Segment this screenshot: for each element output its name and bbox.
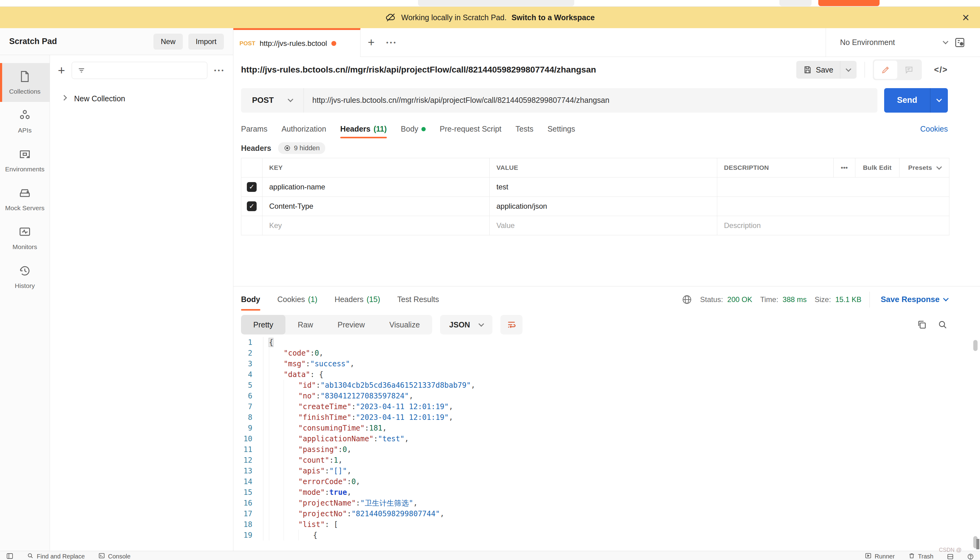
header-description-cell[interactable] bbox=[717, 177, 950, 197]
fold-gutter[interactable] bbox=[256, 412, 263, 423]
invite-button[interactable] bbox=[779, 0, 811, 6]
request-tab-body[interactable]: Body bbox=[401, 118, 426, 140]
description-placeholder[interactable]: Description bbox=[717, 216, 950, 235]
bulk-edit-button[interactable]: Bulk Edit bbox=[855, 158, 899, 177]
fold-gutter[interactable] bbox=[256, 519, 263, 530]
request-tab-settings[interactable]: Settings bbox=[548, 118, 575, 140]
view-raw[interactable]: Raw bbox=[286, 315, 325, 335]
banner-link[interactable]: Switch to a Workspace bbox=[512, 13, 595, 22]
environment-quick-look-icon[interactable] bbox=[954, 37, 966, 49]
code-token: : bbox=[365, 424, 369, 432]
sidebar-item-environments[interactable]: Environments bbox=[0, 141, 50, 180]
line-number: 10 bbox=[233, 435, 256, 443]
header-value-cell[interactable]: test bbox=[489, 177, 717, 197]
code-token: : bbox=[351, 413, 356, 422]
view-visualize[interactable]: Visualize bbox=[377, 315, 432, 335]
collections-more-icon[interactable]: ••• bbox=[214, 67, 225, 73]
window-scrollbar-thumb[interactable] bbox=[976, 539, 979, 549]
fold-gutter[interactable] bbox=[256, 444, 263, 455]
fold-gutter[interactable] bbox=[256, 465, 263, 476]
request-tab-pre-request-script[interactable]: Pre-request Script bbox=[440, 118, 501, 140]
fold-gutter[interactable] bbox=[256, 358, 263, 369]
fold-gutter[interactable] bbox=[256, 498, 263, 508]
fold-gutter[interactable] bbox=[256, 530, 263, 540]
view-preview[interactable]: Preview bbox=[325, 315, 377, 335]
fold-gutter[interactable] bbox=[256, 369, 263, 380]
comment-icon[interactable] bbox=[897, 61, 921, 79]
send-options-chevron[interactable] bbox=[930, 88, 948, 113]
request-tab-authorization[interactable]: Authorization bbox=[281, 118, 326, 140]
header-key-cell[interactable]: Content-Type bbox=[262, 197, 489, 216]
copy-icon[interactable] bbox=[916, 320, 927, 330]
environment-dropdown[interactable]: No Environment bbox=[840, 38, 937, 47]
key-placeholder[interactable]: Key bbox=[262, 216, 489, 235]
sidebar-toggle-icon[interactable] bbox=[6, 552, 13, 560]
sidebar-item-collections[interactable]: Collections bbox=[0, 63, 50, 102]
runner-button[interactable]: Runner bbox=[865, 552, 895, 560]
fold-gutter[interactable] bbox=[256, 455, 263, 465]
request-tab-tests[interactable]: Tests bbox=[515, 118, 533, 140]
response-tab-cookies[interactable]: Cookies(1) bbox=[278, 287, 318, 312]
save-button[interactable]: Save bbox=[796, 61, 856, 78]
response-tab-test-results[interactable]: Test Results bbox=[397, 287, 439, 312]
response-tab-body[interactable]: Body bbox=[241, 287, 260, 312]
sidebar-item-apis[interactable]: APIs bbox=[0, 102, 50, 141]
sidebar-item-mock-servers[interactable]: Mock Servers bbox=[0, 180, 50, 218]
collections-filter-input[interactable] bbox=[72, 62, 207, 79]
workspace-search-field[interactable] bbox=[418, 0, 574, 6]
add-collection-icon[interactable]: + bbox=[58, 64, 65, 77]
table-more-icon[interactable]: ••• bbox=[833, 158, 855, 177]
fold-gutter[interactable] bbox=[256, 423, 263, 433]
fold-gutter[interactable] bbox=[256, 337, 263, 348]
fold-gutter[interactable] bbox=[256, 433, 263, 444]
console-button[interactable]: Console bbox=[98, 552, 130, 560]
header-description-cell[interactable] bbox=[717, 197, 950, 216]
fold-gutter[interactable] bbox=[256, 508, 263, 519]
search-icon[interactable] bbox=[937, 320, 948, 330]
fold-gutter[interactable] bbox=[256, 476, 263, 487]
sidebar-item-history[interactable]: History bbox=[0, 257, 50, 296]
fold-gutter[interactable] bbox=[256, 348, 263, 358]
method-dropdown[interactable]: POST bbox=[241, 95, 303, 105]
request-tab-headers[interactable]: Headers(11) bbox=[340, 118, 387, 140]
language-dropdown[interactable]: JSON bbox=[440, 315, 492, 335]
collection-tree-item[interactable]: New Collection bbox=[62, 94, 225, 103]
fold-gutter[interactable] bbox=[256, 380, 263, 390]
fold-gutter[interactable] bbox=[256, 390, 263, 401]
import-button[interactable]: Import bbox=[188, 34, 224, 50]
tab-options-icon[interactable]: ••• bbox=[382, 28, 401, 57]
request-tab-params[interactable]: Params bbox=[241, 118, 268, 140]
banner-close-icon[interactable]: × bbox=[962, 11, 969, 23]
response-body-code[interactable]: 1{2"code": 0,3"msg": "success",4"data": … bbox=[233, 337, 980, 550]
edit-pencil-icon[interactable] bbox=[874, 61, 897, 79]
help-button[interactable] bbox=[967, 552, 974, 560]
header-key-cell[interactable]: application-name bbox=[262, 177, 489, 197]
split-pane-button[interactable] bbox=[947, 552, 954, 560]
view-pretty[interactable]: Pretty bbox=[241, 315, 286, 335]
trash-button[interactable]: Trash bbox=[908, 552, 933, 560]
fold-gutter[interactable] bbox=[256, 401, 263, 412]
presets-dropdown[interactable]: Presets bbox=[899, 158, 950, 177]
new-tab-button[interactable]: + bbox=[360, 28, 382, 57]
row-checkbox[interactable]: ✓ bbox=[247, 182, 257, 192]
fold-gutter[interactable] bbox=[256, 487, 263, 498]
save-options-chevron[interactable] bbox=[840, 61, 856, 78]
wrap-text-button[interactable] bbox=[500, 315, 522, 335]
hidden-headers-pill[interactable]: 9 hidden bbox=[278, 142, 325, 154]
value-placeholder[interactable]: Value bbox=[489, 216, 717, 235]
code-scrollbar-thumb[interactable] bbox=[973, 340, 978, 351]
upgrade-button[interactable] bbox=[818, 0, 880, 6]
new-button[interactable]: New bbox=[154, 34, 183, 50]
url-input[interactable]: http://jvs-rules.bctools.cn//mgr/risk/ap… bbox=[304, 96, 877, 105]
response-tab-headers[interactable]: Headers(15) bbox=[334, 287, 380, 312]
code-snippet-toggle[interactable]: </> bbox=[934, 65, 948, 75]
code-line: 19{ bbox=[233, 530, 980, 540]
sidebar-item-monitors[interactable]: Monitors bbox=[0, 218, 50, 257]
send-button[interactable]: Send bbox=[884, 88, 948, 113]
cookies-link[interactable]: Cookies bbox=[920, 125, 948, 133]
find-button[interactable]: Find and Replace bbox=[27, 552, 85, 560]
request-tab[interactable]: POST http://jvs-rules.bctool bbox=[233, 28, 360, 57]
row-checkbox[interactable]: ✓ bbox=[247, 202, 257, 211]
header-value-cell[interactable]: application/json bbox=[489, 197, 717, 216]
save-response-button[interactable]: Save Response bbox=[881, 295, 948, 304]
